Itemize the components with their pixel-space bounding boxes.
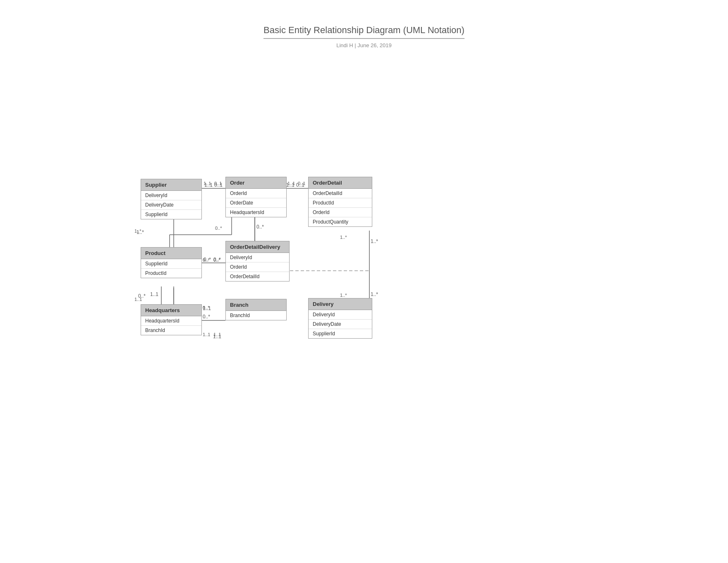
orderdetail-field-2: ProductId — [309, 198, 372, 208]
headquarters-field-1: HeadquartersId — [141, 316, 201, 326]
orderdetaildelivery-field-1: DeliveryId — [226, 253, 289, 262]
rel-label-hq-branch-start: 0..* — [203, 305, 210, 310]
orderdetail-field-1: OrderDetailId — [309, 189, 372, 198]
order-field-1: OrderId — [226, 189, 286, 198]
orderdetail-field-4: ProductQuantity — [309, 217, 372, 226]
product-field-1: SupplierId — [141, 259, 201, 269]
rel-label-order-odd: 0..* — [215, 226, 222, 231]
rel-label-orderdetail-delivery-top: 1..* — [340, 235, 347, 240]
supplier-header: Supplier — [141, 179, 201, 191]
svg-text:1..*: 1..* — [371, 238, 378, 244]
page-subtitle: Lindi H | June 26, 2019 — [0, 42, 728, 48]
branch-entity: Branch BranchId — [225, 299, 287, 320]
orderdetaildelivery-header: OrderDetailDelivery — [226, 241, 289, 253]
headquarters-field-2: BranchId — [141, 326, 201, 335]
rel-label-supplier-product: 1..* — [134, 229, 141, 233]
diagram-svg: 1..1 0..1 1..1 0..1 0..* 1..* 1..* 1..* … — [0, 69, 728, 525]
rel-label-hq-branch-end: 1..1 — [213, 332, 221, 337]
title-area: Basic Entity Relationship Diagram (UML N… — [0, 0, 728, 53]
headquarters-header: Headquarters — [141, 305, 201, 316]
headquarters-body: HeadquartersId BranchId — [141, 316, 201, 335]
rel-label-product-odd-end: 0..* — [213, 257, 220, 262]
branch-body: BranchId — [226, 311, 286, 320]
product-entity: Product SupplierId ProductId — [141, 247, 202, 278]
page-title: Basic Entity Relationship Diagram (UML N… — [263, 25, 465, 39]
rel-label-supplier-order-start: 1..1 — [204, 181, 211, 186]
orderdetaildelivery-body: DeliveryId OrderId OrderDetailId — [226, 253, 289, 281]
supplier-field-2: DeliveryDate — [141, 200, 201, 210]
supplier-entity: Supplier DeliveryId DeliveryDate Supplie… — [141, 179, 202, 219]
product-field-2: ProductId — [141, 269, 201, 278]
delivery-field-2: DeliveryDate — [309, 320, 372, 329]
product-body: SupplierId ProductId — [141, 259, 201, 278]
order-body: OrderId OrderDate HeadquartersId — [226, 189, 286, 217]
svg-text:0..*: 0..* — [203, 314, 210, 320]
orderdetaildelivery-field-2: OrderId — [226, 262, 289, 272]
branch-field-1: BranchId — [226, 311, 286, 320]
rel-label-order-orderdetail-end: 0..1 — [298, 181, 305, 186]
branch-header: Branch — [226, 299, 286, 311]
orderdetail-header: OrderDetail — [309, 177, 372, 189]
rel-label-product-hq: 1..1 — [134, 297, 142, 302]
orderdetaildelivery-field-3: OrderDetailId — [226, 272, 289, 281]
order-header: Order — [226, 177, 286, 189]
svg-text:0..*: 0..* — [256, 224, 264, 230]
delivery-body: DeliveryId DeliveryDate SupplierId — [309, 310, 372, 338]
delivery-entity: Delivery DeliveryId DeliveryDate Supplie… — [308, 298, 372, 339]
orderdetail-entity: OrderDetail OrderDetailId ProductId Orde… — [308, 177, 372, 227]
orderdetail-field-3: OrderId — [309, 208, 372, 217]
order-entity: Order OrderId OrderDate HeadquartersId — [225, 177, 287, 217]
rel-label-orderdetail-delivery-bottom: 1..* — [340, 293, 347, 298]
supplier-body: DeliveryId DeliveryDate SupplierId — [141, 191, 201, 219]
delivery-header: Delivery — [309, 298, 372, 310]
order-field-3: HeadquartersId — [226, 208, 286, 217]
product-header: Product — [141, 248, 201, 259]
order-field-2: OrderDate — [226, 198, 286, 208]
supplier-field-1: DeliveryId — [141, 191, 201, 200]
headquarters-entity: Headquarters HeadquartersId BranchId — [141, 304, 202, 335]
orderdetaildelivery-entity: OrderDetailDelivery DeliveryId OrderId O… — [225, 241, 290, 282]
orderdetail-body: OrderDetailId ProductId OrderId ProductQ… — [309, 189, 372, 226]
rel-label-product-odd-start: 0..* — [203, 257, 210, 262]
rel-label-branch-bottom: 1..1 — [203, 332, 210, 337]
supplier-field-3: SupplierId — [141, 210, 201, 219]
diagram-area: 1..1 0..1 1..1 0..1 0..* 1..* 1..* 1..* … — [0, 69, 728, 525]
delivery-field-3: SupplierId — [309, 329, 372, 338]
rel-label-supplier-order-end: 0..1 — [214, 181, 222, 186]
svg-text:1..1: 1..1 — [150, 291, 158, 297]
rel-label-order-orderdetail-start: 1..1 — [287, 181, 295, 186]
svg-text:1..*: 1..* — [371, 291, 378, 297]
delivery-field-1: DeliveryId — [309, 310, 372, 320]
